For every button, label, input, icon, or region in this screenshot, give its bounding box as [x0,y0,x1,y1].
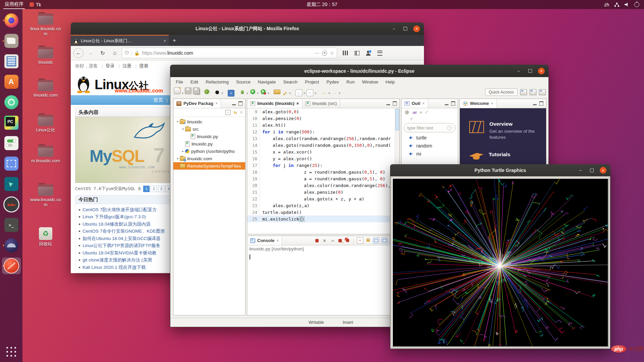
annotate-icon[interactable] [282,90,288,97]
hot-article-link[interactable]: git clone速度太慢的解决办法 (亲测 [78,257,171,264]
dock-item-eclipse[interactable] [2,237,21,254]
dock-item-web[interactable] [2,196,21,213]
hot-article-link[interactable]: CentOS 7命令行安装GNOME、KDE图形 [78,228,171,235]
volume-icon[interactable] [625,3,629,7]
dropdown-icon[interactable]: ▾ [221,92,224,95]
maximize-button[interactable] [402,25,409,32]
code-editor[interactable]: 9alex.goto(0,0)10alex.pensize(0)11alex.h… [247,108,399,234]
maximize-button[interactable] [527,68,533,74]
page-actions-icon[interactable]: ⋯ [315,51,319,56]
search-link[interactable]: 搜索 [139,63,148,68]
pocket-icon[interactable]: ▾ [322,51,327,56]
tree-item-python---usr-bin-pytho[interactable]: ▸python (/usr/bin/pytho [173,147,245,155]
editor-tab-linuxidc--linuxidc-[interactable]: linuxidc (linuxidc)× [247,99,302,108]
desktop-folder[interactable]: m.linuxidc.com [28,145,63,163]
minimize-view-icon[interactable] [386,104,390,105]
console-relaunch-icon[interactable] [337,238,343,243]
page-1[interactable]: 1 [143,186,150,192]
headline-caption[interactable]: CentOS 7.6下yum安装MySQL 8.0版... [75,186,142,192]
new-tab-button[interactable]: + [169,35,180,46]
minimize-button[interactable]: − [515,68,522,74]
hot-article-link[interactable]: Linux 下升级gcc版本(gcc-7.3.0) [78,214,171,221]
close-button[interactable]: × [600,167,606,174]
lock-icon[interactable]: 🔒 [134,51,140,56]
desktop-folder[interactable]: www.linuxidc.com [28,184,63,207]
tree-item-remotesystemstempfiles[interactable]: RemoteSystemsTempFiles [173,162,245,170]
menu-refactoring[interactable]: Refactoring [206,79,229,84]
close-view-icon[interactable]: × [491,101,493,106]
outline-filter-input[interactable]: type filter text × [404,123,455,132]
menu-navigate[interactable]: Navigate [258,79,276,84]
quick-access-button[interactable]: Quick Access [485,88,518,96]
hot-article-link[interactable]: Ubuntu 18.04安装NVIDIA显卡驱动教 [78,249,171,257]
show-apps-button[interactable] [4,345,18,359]
tree-item-linuxidc.py[interactable]: linuxidc.py [173,140,245,147]
debug-icon[interactable] [239,89,245,95]
console-tool-icon[interactable] [228,90,234,97]
fwd-nav-icon[interactable] [331,89,337,95]
tab-close-icon[interactable]: × [297,101,299,106]
expand-arrow-icon[interactable]: ▾ [175,157,180,160]
menu-run[interactable]: Run [346,79,355,84]
tree-item-linuxidc.py[interactable]: linuxidc.py [173,133,245,140]
close-button[interactable]: × [538,68,545,74]
console-dup-icon[interactable] [345,238,351,243]
turtle-canvas[interactable] [392,178,608,347]
maximize-view-icon[interactable] [238,101,243,106]
console-terminate-icon[interactable] [314,238,320,243]
dock-item-tweaks[interactable] [2,135,21,152]
save-icon[interactable] [185,87,192,94]
console-pin-icon[interactable] [373,237,379,244]
tab-pydev-package-explorer[interactable]: PyDev Packag × [173,99,221,108]
menu-edit[interactable]: Edit [191,79,198,84]
dock-item-terminal[interactable] [2,217,21,233]
new-wizard-icon[interactable] [174,87,180,94]
clear-filter-icon[interactable]: × [447,125,452,130]
outline-item-random[interactable]: random [401,142,458,150]
hot-article-link[interactable]: Ubuntu 18.04修改默认源为国内源 [78,221,171,228]
pydev-perspective-icon[interactable] [530,89,536,95]
close-view-icon[interactable]: × [276,238,279,243]
expand-arrow-icon[interactable]: ▾ [175,120,180,123]
maximize-view-icon[interactable] [393,101,397,106]
page-3[interactable]: 3 [158,186,164,192]
dropdown-icon[interactable]: ▾ [246,92,249,95]
console-clear-icon[interactable] [357,237,363,244]
url-bar[interactable]: 🛡 🔒 https://www.linuxidc.com ⋯ ▾ ☆ [122,48,337,58]
power-icon[interactable] [634,2,639,7]
view-menu-icon[interactable]: ▽ [410,117,413,121]
collapse-all-icon[interactable]: − [225,110,230,115]
nav-home-link[interactable]: 首页 [153,97,163,103]
editor-tab-linuxidc--src-[interactable]: linuxidc (src) [302,99,340,108]
welcome-entry-tutorials[interactable]: Tutorials [469,152,546,162]
dropdown-icon[interactable]: ▾ [314,92,317,95]
close-button[interactable]: × [413,25,420,32]
open-folder-icon[interactable] [274,89,280,94]
register-link[interactable]: 注册 [122,63,131,68]
menu-window[interactable]: Window [362,79,378,84]
desktop-trash[interactable]: ♻回收站 [28,227,63,246]
dock-item-pycharm[interactable] [2,114,21,131]
hot-article-link[interactable]: Linux公社下载FTP资源的请到FTP服务 [78,242,171,250]
tab-close-icon[interactable]: × [163,38,166,43]
hide-fields-icon[interactable] [405,110,409,114]
clock[interactable]: 星期二 20：57 [0,2,644,8]
library-icon[interactable] [340,48,351,58]
dock-item-files[interactable] [2,33,21,49]
eclipse-titlebar[interactable]: eclipse-workspace - linuxidc/linuxidc.py… [170,65,549,77]
outline-item-turtle[interactable]: turtle [401,134,458,142]
welcome-entry-overview[interactable]: OverviewGet an overview of the features [469,121,546,140]
desktop-folder[interactable]: linuxidc [28,47,63,65]
forward-button[interactable]: → [86,48,96,58]
network-icon[interactable] [614,3,619,7]
page-2[interactable]: 2 [151,186,157,192]
back-button[interactable]: ← [73,48,84,58]
close-view-icon[interactable]: × [215,101,218,106]
maximize-view-icon[interactable] [451,101,455,106]
minimize-button[interactable]: − [577,167,584,174]
tab-welcome[interactable]: Welcome × [460,99,497,108]
menu-project[interactable]: Project [305,79,319,84]
tree-item-linuxidc[interactable]: ▾linuxidc [173,118,245,125]
dropdown-icon[interactable]: ▾ [256,92,259,95]
next-ann-icon[interactable] [296,89,302,96]
